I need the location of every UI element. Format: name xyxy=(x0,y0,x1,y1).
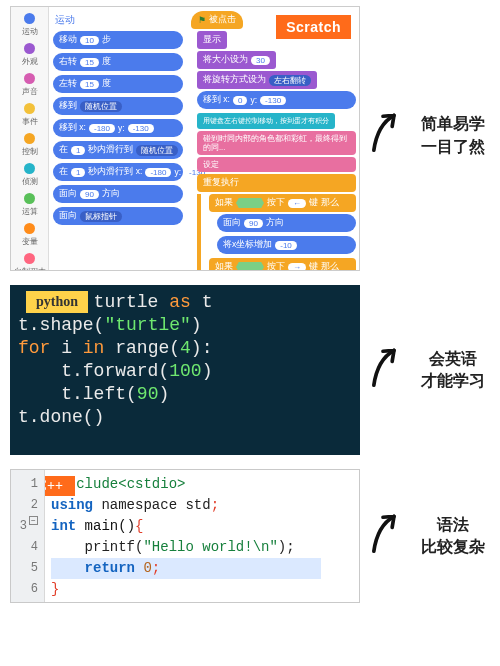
block-palette: 运动 外观 声音 事件 控制 侦测 运算 变量 自制积木 xyxy=(11,7,49,270)
motion-point-1[interactable]: 面向90方向 xyxy=(217,214,356,232)
python-badge: python xyxy=(26,291,88,313)
palette-cat-control[interactable]: 控制 xyxy=(22,133,38,157)
palette-cat-variables[interactable]: 变量 xyxy=(22,223,38,247)
block-goto[interactable]: 移到随机位置 xyxy=(53,97,183,115)
control-forever[interactable]: 重复执行 xyxy=(197,174,356,192)
hex-slot xyxy=(236,262,264,271)
motion-blocks-list: 运动 移动10步 右转15度 左转15度 移到随机位置 移到 x:-180y:-… xyxy=(53,7,183,270)
block-turn-left[interactable]: 左转15度 xyxy=(53,75,183,93)
scratch-screenshot: Scratch 运动 外观 声音 事件 控制 侦测 运算 变量 自制积木 运动 … xyxy=(10,6,360,271)
caption-cpp: 语法 比较复杂 xyxy=(405,514,500,559)
block-glide[interactable]: 在1秒内滑行到随机位置 xyxy=(53,141,183,159)
block-point-towards[interactable]: 面向鼠标指针 xyxy=(53,207,183,225)
block-gotoxy[interactable]: 移到 x:-180y:-130 xyxy=(53,119,183,137)
arrow-icon xyxy=(360,501,405,571)
palette-cat-myblocks[interactable]: 自制积木 xyxy=(14,253,46,271)
palette-cat-events[interactable]: 事件 xyxy=(22,103,38,127)
arrow-icon xyxy=(360,335,405,405)
block-turn-right[interactable]: 右转15度 xyxy=(53,53,183,71)
palette-cat-operators[interactable]: 运算 xyxy=(22,193,38,217)
cpp-code: #include<cstdio> using namespace std; in… xyxy=(51,474,321,600)
palette-cat-looks[interactable]: 外观 xyxy=(22,43,38,67)
looks-show[interactable]: 显示 xyxy=(197,31,227,49)
script-area[interactable]: ⚑被点击 显示 将大小设为30 将旋转方式设为左右翻转 移到 x:0y:-130… xyxy=(191,11,356,271)
custom-short[interactable]: 设定 xyxy=(197,157,356,172)
block-point[interactable]: 面向90方向 xyxy=(53,185,183,203)
cpp-screenshot: C++ 1 2 3− 4 5 6 #include<cstdio> using … xyxy=(10,469,360,603)
arrow-icon xyxy=(360,101,405,171)
looks-rotstyle[interactable]: 将旋转方式设为左右翻转 xyxy=(197,71,317,89)
fold-icon[interactable]: − xyxy=(29,516,38,525)
python-screenshot: python import turtle as t t.shape("turtl… xyxy=(10,285,360,455)
hex-slot xyxy=(236,198,264,208)
caption-python: 会英语 才能学习 xyxy=(405,348,500,393)
custom-long[interactable]: 碰到时同内部的角色都和彩虹，最终得到的同... xyxy=(197,131,356,155)
palette-cat-motion[interactable]: 运动 xyxy=(22,13,38,37)
palette-cat-sound[interactable]: 声音 xyxy=(22,73,38,97)
flag-icon: ⚑ xyxy=(198,15,206,25)
control-if-2[interactable]: 如果按下→键那么 xyxy=(209,258,356,271)
control-if-1[interactable]: 如果按下←键那么 xyxy=(209,194,356,212)
caption-scratch: 简单易学 一目了然 xyxy=(405,113,500,158)
palette-cat-sensing[interactable]: 侦测 xyxy=(22,163,38,187)
line-gutter: 1 2 3− 4 5 6 xyxy=(11,470,45,602)
sensing-ask[interactable]: 用键盘左右键控制移动，按到蛋才有积分 xyxy=(197,113,335,129)
motion-changex-1[interactable]: 将x坐标增加-10 xyxy=(217,236,356,254)
category-title: 运动 xyxy=(55,13,183,27)
block-move[interactable]: 移动10步 xyxy=(53,31,183,49)
motion-gotoxy[interactable]: 移到 x:0y:-130 xyxy=(197,91,356,109)
looks-setsize[interactable]: 将大小设为30 xyxy=(197,51,276,69)
block-glidexy[interactable]: 在1秒内滑行到 x:-180y:-130 xyxy=(53,163,183,181)
hat-block[interactable]: ⚑被点击 xyxy=(191,11,243,29)
